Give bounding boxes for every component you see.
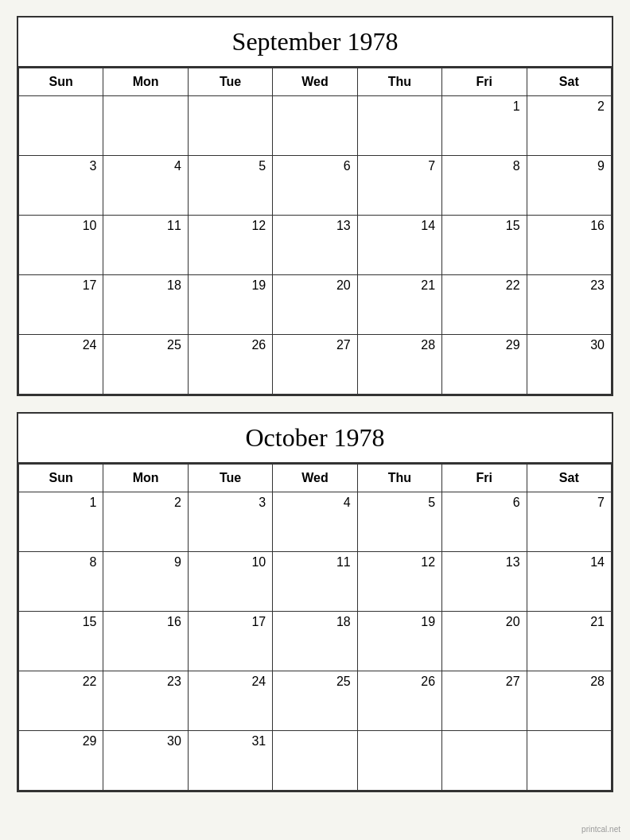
day-number: 28 <box>534 675 605 689</box>
calendar-cell: 30 <box>103 731 188 791</box>
calendar-cell: 19 <box>357 612 441 671</box>
day-number: 20 <box>279 278 350 293</box>
calendar-cell: 6 <box>273 156 357 216</box>
calendar-cell: 26 <box>188 335 272 395</box>
day-header-sun: Sun <box>19 465 103 492</box>
calendar-cell: 28 <box>357 335 441 395</box>
table-row: 10111213141516 <box>19 216 612 275</box>
day-number: 29 <box>25 734 96 749</box>
calendar-cell: 28 <box>527 671 611 731</box>
day-header-sat: Sat <box>527 465 611 492</box>
day-number: 29 <box>449 338 519 352</box>
day-number: 18 <box>110 278 181 293</box>
calendar-cell: 16 <box>103 612 188 671</box>
day-header-tue: Tue <box>188 465 272 492</box>
calendar-cell: 17 <box>188 612 272 671</box>
day-header-sun: Sun <box>19 68 103 96</box>
calendar-title-1: October 1978 <box>18 414 612 464</box>
calendar-cell: 30 <box>527 335 611 395</box>
calendar-cell: 11 <box>103 216 188 275</box>
table-row: 22232425262728 <box>19 671 612 731</box>
calendar-cell: 21 <box>357 275 441 335</box>
day-number: 31 <box>195 734 266 749</box>
day-header-sat: Sat <box>527 68 611 96</box>
calendar-cell: 18 <box>103 275 188 335</box>
day-number: 20 <box>449 615 519 629</box>
day-number: 19 <box>195 278 266 293</box>
watermark: printcal.net <box>581 825 620 834</box>
day-number: 18 <box>279 615 350 629</box>
calendar-cell: 2 <box>527 96 611 156</box>
day-number: 4 <box>110 159 181 173</box>
day-number: 15 <box>449 219 519 233</box>
calendar-cell: 12 <box>357 552 441 612</box>
calendar-cell: 1 <box>19 492 103 552</box>
calendar-cell: 6 <box>442 492 527 552</box>
calendar-cell: 27 <box>273 335 357 395</box>
day-header-fri: Fri <box>442 465 527 492</box>
day-number: 28 <box>364 338 435 352</box>
calendar-cell: 20 <box>273 275 357 335</box>
day-number: 14 <box>364 219 435 233</box>
calendar-cell: 23 <box>103 671 188 731</box>
calendar-cell: 29 <box>19 731 103 791</box>
calendar-cell: 13 <box>273 216 357 275</box>
calendar-cell: 10 <box>19 216 103 275</box>
day-header-mon: Mon <box>103 465 188 492</box>
day-number: 9 <box>110 555 181 570</box>
day-number: 16 <box>534 219 605 233</box>
day-number: 13 <box>279 219 350 233</box>
calendar-cell: 9 <box>527 156 611 216</box>
day-number: 17 <box>25 278 96 293</box>
day-number: 30 <box>110 734 181 749</box>
table-row: 12 <box>19 96 612 156</box>
day-header-fri: Fri <box>442 68 527 96</box>
day-number: 12 <box>195 219 266 233</box>
calendar-cell: 15 <box>442 216 527 275</box>
calendar-title-0: September 1978 <box>18 18 612 68</box>
calendar-cell: 8 <box>19 552 103 612</box>
calendar-cell: 2 <box>103 492 188 552</box>
day-number: 1 <box>449 99 519 114</box>
calendar-cell: 25 <box>273 671 357 731</box>
calendar-cell: 7 <box>357 156 441 216</box>
day-header-thu: Thu <box>357 465 441 492</box>
day-number: 7 <box>364 159 435 173</box>
day-number: 22 <box>25 675 96 689</box>
day-number: 15 <box>25 615 96 629</box>
day-number: 13 <box>449 555 519 570</box>
table-row: 17181920212223 <box>19 275 612 335</box>
day-number: 30 <box>534 338 605 352</box>
day-number: 26 <box>364 675 435 689</box>
day-number: 3 <box>195 496 266 510</box>
calendar-cell <box>273 731 357 791</box>
day-number: 16 <box>110 615 181 629</box>
day-number: 23 <box>534 278 605 293</box>
calendar-cell: 17 <box>19 275 103 335</box>
day-number: 11 <box>110 219 181 233</box>
day-number: 25 <box>279 675 350 689</box>
day-number: 17 <box>195 615 266 629</box>
day-number: 4 <box>279 496 350 510</box>
calendar-cell: 20 <box>442 612 527 671</box>
calendar-cell: 12 <box>188 216 272 275</box>
calendar-cell <box>442 731 527 791</box>
day-number: 5 <box>195 159 266 173</box>
calendar-cell: 23 <box>527 275 611 335</box>
calendar-cell: 25 <box>103 335 188 395</box>
calendar-grid-0: SunMonTueWedThuFriSat1234567891011121314… <box>18 68 612 395</box>
calendar-cell <box>357 731 441 791</box>
day-number: 12 <box>364 555 435 570</box>
day-number: 23 <box>110 675 181 689</box>
table-row: 1234567 <box>19 492 612 552</box>
day-number: 8 <box>25 555 96 570</box>
day-header-wed: Wed <box>273 465 357 492</box>
day-number: 10 <box>195 555 266 570</box>
day-number: 19 <box>364 615 435 629</box>
calendar-cell: 26 <box>357 671 441 731</box>
day-number: 8 <box>449 159 519 173</box>
calendar-cell: 31 <box>188 731 272 791</box>
calendar-cell: 10 <box>188 552 272 612</box>
day-number: 11 <box>279 555 350 570</box>
day-number: 27 <box>279 338 350 352</box>
